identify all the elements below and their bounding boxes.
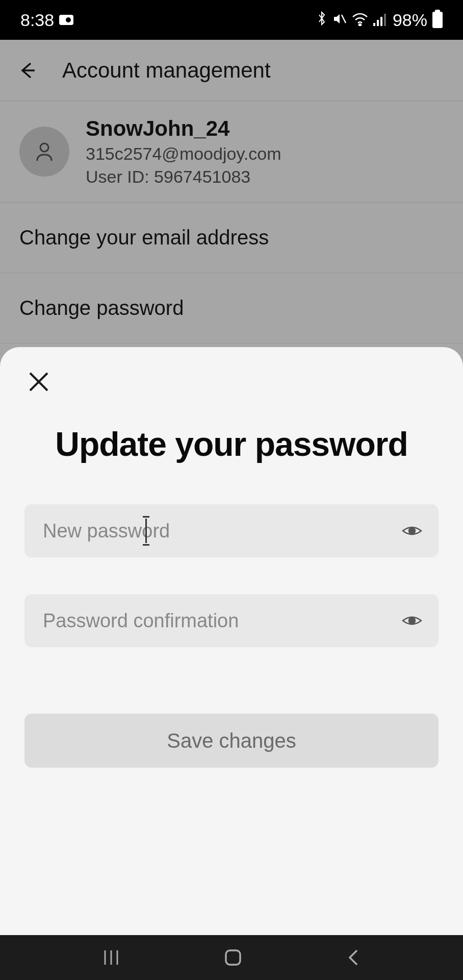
mute-icon (332, 10, 347, 30)
svg-rect-5 (384, 14, 386, 26)
update-password-sheet: Update your password Save changes (0, 347, 463, 935)
new-password-container (24, 504, 439, 557)
svg-rect-14 (226, 950, 240, 965)
eye-icon[interactable] (401, 520, 423, 542)
nav-bar (0, 935, 463, 980)
status-right: 98% (316, 10, 443, 30)
back-nav-button[interactable] (346, 948, 361, 967)
svg-point-1 (359, 24, 361, 26)
status-bar: 8:38 (0, 0, 463, 40)
battery-icon (432, 12, 443, 28)
status-left: 8:38 (20, 10, 73, 30)
eye-icon[interactable] (401, 609, 423, 632)
battery-text: 98% (393, 10, 427, 30)
svg-rect-4 (380, 17, 382, 26)
confirm-password-input[interactable] (24, 594, 439, 647)
close-button[interactable] (24, 368, 53, 396)
camera-icon (59, 15, 73, 25)
home-button[interactable] (223, 947, 243, 968)
new-password-input[interactable] (24, 504, 439, 557)
bluetooth-icon (316, 10, 327, 30)
svg-point-10 (409, 618, 415, 624)
confirm-password-container (24, 594, 439, 647)
wifi-icon (352, 10, 368, 30)
save-changes-button[interactable]: Save changes (24, 714, 439, 768)
svg-rect-2 (373, 23, 375, 26)
recent-apps-button[interactable] (102, 948, 120, 967)
text-cursor-icon (145, 519, 147, 543)
svg-point-9 (409, 528, 415, 534)
sheet-title: Update your password (24, 425, 439, 463)
svg-line-0 (342, 15, 346, 23)
status-time: 8:38 (20, 10, 54, 30)
signal-icon (373, 10, 388, 30)
svg-rect-3 (377, 20, 379, 26)
